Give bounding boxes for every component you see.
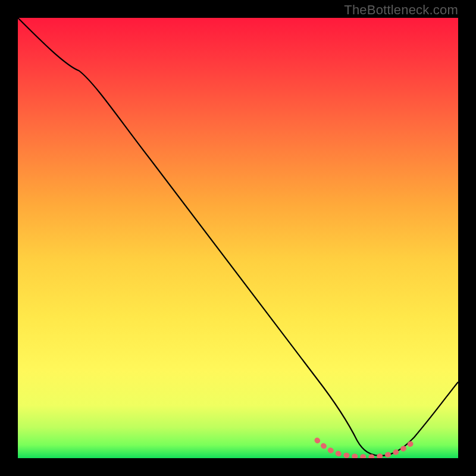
chart-frame: TheBottleneck.com xyxy=(0,0,476,476)
watermark-text: TheBottleneck.com xyxy=(344,2,458,18)
curve-layer xyxy=(18,18,458,458)
bottleneck-curve xyxy=(18,18,458,456)
plot-area xyxy=(18,18,458,458)
